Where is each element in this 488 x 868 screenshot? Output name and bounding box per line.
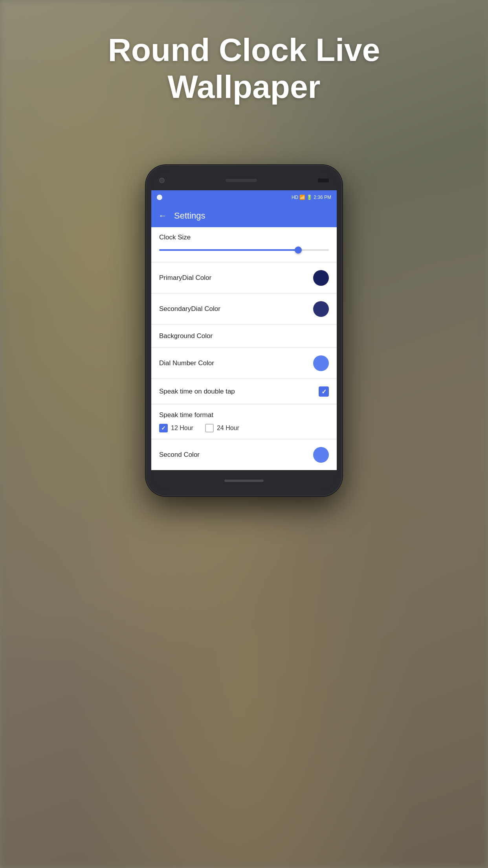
phone-top-bar: [151, 171, 337, 190]
setting-primary-dial-color[interactable]: PrimaryDial Color: [151, 263, 337, 293]
app-icon-dot: [157, 195, 162, 200]
slider-thumb[interactable]: [295, 246, 302, 254]
speak-time-double-tap-label: Speak time on double tap: [159, 388, 235, 395]
setting-speak-time-format: Speak time format ✓ 12 Hour 24 Hour: [151, 405, 337, 439]
status-left: [157, 195, 162, 200]
hd-badge: HD: [292, 195, 298, 200]
phone-speaker: [226, 179, 257, 182]
slider-fill: [159, 249, 298, 251]
setting-clock-size: Clock Size: [151, 227, 337, 262]
phone-bottom-bar: [151, 471, 337, 491]
dial-number-color-swatch[interactable]: [313, 355, 329, 371]
signal-icon: 📶: [299, 195, 305, 200]
home-indicator: [224, 480, 264, 482]
status-bar: HD 📶 🔋 2:36 PM: [151, 190, 337, 204]
option-12-hour[interactable]: ✓ 12 Hour: [159, 424, 193, 432]
app-bar: ← Settings: [151, 204, 337, 227]
setting-dial-number-color[interactable]: Dial Number Color: [151, 348, 337, 379]
label-24-hour: 24 Hour: [217, 425, 239, 432]
clock-size-slider[interactable]: [159, 246, 329, 254]
setting-speak-time-double-tap[interactable]: Speak time on double tap ✓: [151, 379, 337, 404]
second-color-swatch[interactable]: [313, 447, 329, 463]
label-12-hour: 12 Hour: [171, 425, 193, 432]
status-right: HD 📶 🔋 2:36 PM: [292, 195, 331, 200]
phone-inner: HD 📶 🔋 2:36 PM ← Settings Clock Size: [151, 171, 337, 491]
app-bar-title: Settings: [174, 211, 205, 221]
primary-dial-color-label: PrimaryDial Color: [159, 274, 211, 282]
speak-format-options: ✓ 12 Hour 24 Hour: [159, 424, 329, 432]
clock-size-label: Clock Size: [159, 234, 329, 241]
checkbox-12-hour[interactable]: ✓: [159, 424, 168, 432]
setting-secondary-dial-color[interactable]: SecondaryDial Color: [151, 294, 337, 324]
checkmark-icon: ✓: [321, 388, 327, 395]
slider-track: [159, 249, 329, 251]
battery-icon: 🔋: [306, 195, 312, 200]
phone-outer: HD 📶 🔋 2:36 PM ← Settings Clock Size: [146, 165, 342, 496]
speak-time-format-label: Speak time format: [159, 411, 329, 419]
secondary-dial-color-label: SecondaryDial Color: [159, 305, 220, 313]
speak-time-double-tap-checkbox[interactable]: ✓: [319, 386, 329, 397]
settings-list: Clock Size PrimaryDial Color Second: [151, 227, 337, 470]
phone-mockup: HD 📶 🔋 2:36 PM ← Settings Clock Size: [146, 165, 342, 496]
setting-background-color[interactable]: Background Color: [151, 325, 337, 348]
status-time: 2:36 PM: [314, 195, 331, 200]
page-title: Round Clock LiveWallpaper: [0, 31, 488, 106]
checkmark-icon: ✓: [161, 425, 166, 431]
option-24-hour[interactable]: 24 Hour: [205, 424, 239, 432]
dial-number-color-label: Dial Number Color: [159, 359, 214, 367]
setting-second-color[interactable]: Second Color: [151, 440, 337, 470]
phone-camera: [159, 178, 165, 183]
secondary-dial-color-swatch[interactable]: [313, 301, 329, 317]
primary-dial-color-swatch[interactable]: [313, 270, 329, 286]
background-color-label: Background Color: [159, 332, 213, 340]
checkbox-24-hour[interactable]: [205, 424, 214, 432]
phone-sensor: [318, 178, 329, 182]
back-button[interactable]: ←: [158, 211, 167, 221]
second-color-label: Second Color: [159, 451, 200, 459]
